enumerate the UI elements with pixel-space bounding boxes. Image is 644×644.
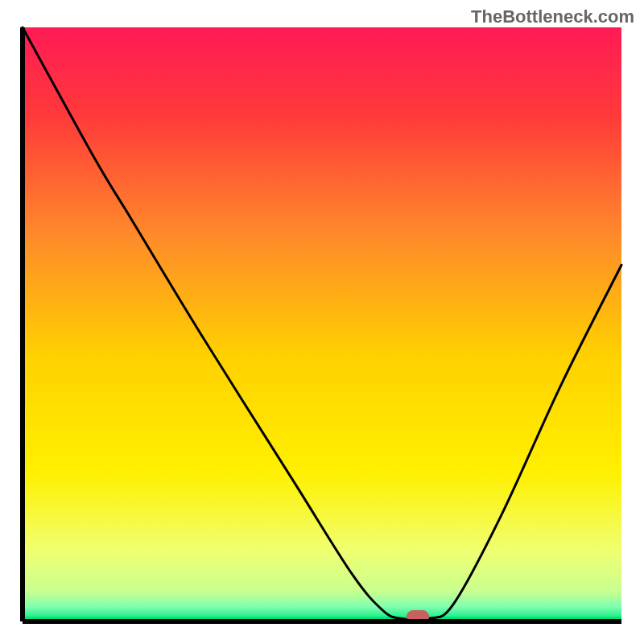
chart-container: TheBottleneck.com bbox=[0, 0, 644, 644]
chart-svg bbox=[16, 24, 628, 628]
svg-rect-0 bbox=[23, 27, 621, 621]
watermark-text: TheBottleneck.com bbox=[471, 6, 634, 27]
chart-area bbox=[16, 24, 628, 628]
